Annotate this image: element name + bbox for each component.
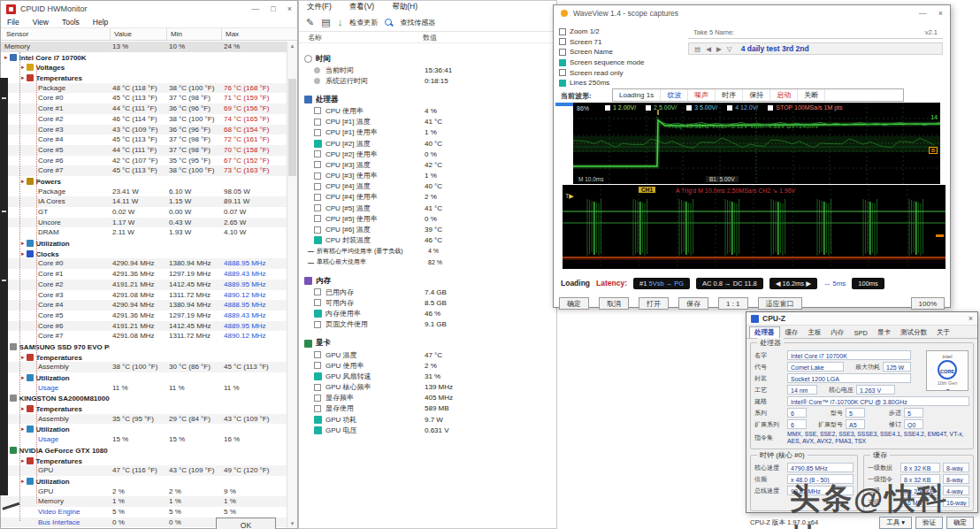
cpuz-titlebar[interactable]: CPU-Z × <box>746 312 977 326</box>
hw-sensor-row[interactable]: Core #44290.94 MHz1380.94 MHz4888.95 MHz <box>1 300 287 310</box>
scope-tab[interactable]: 纹波 <box>661 89 688 101</box>
hw-sensor-row[interactable]: Video Engine5 %5 %5 % <box>1 507 287 518</box>
hw-sensor-row[interactable]: Core #144 °C (111 °F)36 °C (96 °F)69 °C … <box>1 104 287 114</box>
sensor-item[interactable]: CPU [#4] 使用率2 % <box>299 192 556 203</box>
channel-checkbox[interactable] <box>686 105 692 111</box>
hw-sensor-row[interactable]: Core #246 °C (114 °F)38 °C (100 °F)74 °C… <box>1 114 287 125</box>
sensor-item[interactable]: CPU [#5] 温度41 °C <box>299 203 556 213</box>
expand-arrow-icon[interactable]: ▸ <box>21 74 25 80</box>
tab-1[interactable]: 缓存 <box>781 327 803 338</box>
expand-arrow-icon[interactable]: ▸ <box>21 250 25 257</box>
hw-device-row[interactable]: ▸KINGSTON SA2000M81000G <box>1 393 287 403</box>
sensor-item[interactable]: 已用内存7.4 GB <box>299 287 556 297</box>
expand-arrow-icon[interactable]: ▸ <box>21 405 25 411</box>
hw-sensor-row[interactable]: Usage15 %15 %16 % <box>1 434 287 445</box>
checkbox[interactable] <box>314 299 321 306</box>
layout-icon[interactable]: ▤ <box>321 18 330 27</box>
hw-section-row[interactable]: ▸Temperatures <box>1 73 287 83</box>
checkbox[interactable] <box>314 194 321 201</box>
hw-sensor-row[interactable]: Assembly35 °C (95 °F)29 °C (84 °F)43 °C … <box>1 414 287 425</box>
expand-arrow-icon[interactable]: ▸ <box>4 54 8 60</box>
close-icon[interactable]: × <box>938 9 943 18</box>
scope-test-selector[interactable]: ▤ ◀ ▶ ▽ 4 daily test 3rd 2nd <box>688 42 943 55</box>
scope-tab[interactable]: Loading 1s <box>613 89 661 101</box>
checkbox[interactable] <box>314 119 321 126</box>
sensor-item[interactable]: CPU [#3] 温度42 °C <box>299 159 556 170</box>
checkbox[interactable] <box>314 107 321 114</box>
hw-section-row[interactable]: ▸Utilization <box>1 424 287 434</box>
scrollbar-thumb[interactable] <box>288 79 296 176</box>
scope-option[interactable]: Screen 71 <box>559 37 688 48</box>
expand-arrow-icon[interactable]: ▸ <box>21 240 25 246</box>
hw-device-row[interactable]: ▸SAMSUNG SSD 970 EVO Plus 1TB <box>1 341 287 352</box>
sensor-item[interactable]: CPU 使用率4 % <box>299 105 556 116</box>
hw-sensor-row[interactable]: Core #34291.08 MHz1311.72 MHz4890.12 MHz <box>1 290 287 301</box>
channel-checkbox[interactable] <box>768 105 773 111</box>
hw-device-row[interactable]: ▸NVIDIA GeForce GTX 1080 <box>1 445 287 456</box>
caption-link[interactable]: ↔ 5ms <box>823 280 846 288</box>
minimize-icon[interactable]: — <box>919 9 927 18</box>
scope-tab[interactable]: 时序 <box>716 89 743 101</box>
checkbox[interactable] <box>314 351 321 358</box>
hwmonitor-scrollbar[interactable]: ▲ ▼ <box>287 42 297 528</box>
checkbox[interactable] <box>314 204 321 211</box>
hw-sensor-row[interactable]: Core #445 °C (113 °F)37 °C (98 °F)72 °C … <box>1 134 287 145</box>
sensor-item[interactable]: GPU 风扇转速31 % <box>299 371 556 381</box>
checkbox[interactable] <box>314 129 321 136</box>
sensor-item[interactable]: GPU 使用率2 % <box>299 360 556 371</box>
close-icon[interactable]: × <box>969 314 973 323</box>
hw-sensor-row[interactable]: Core #343 °C (109 °F)36 °C (96 °F)68 °C … <box>1 125 287 135</box>
scope-titlebar[interactable]: WaveView 1.4 - scope captures — × <box>554 5 950 21</box>
edit-icon[interactable]: ✎ <box>306 18 314 27</box>
scope-tab[interactable]: 启动 <box>770 89 798 101</box>
tab-2[interactable]: 主板 <box>804 327 826 338</box>
channel-checkbox[interactable] <box>646 105 651 111</box>
sensor-item[interactable]: GPU 功耗9.7 W <box>299 414 556 425</box>
hw-sensor-row[interactable]: Core #045 °C (113 °F)37 °C (98 °F)71 °C … <box>1 93 287 104</box>
checkbox[interactable] <box>314 226 321 234</box>
tab-6[interactable]: 测试分数 <box>896 327 931 338</box>
hw-section-row[interactable]: ▸Temperatures <box>1 352 287 363</box>
tab-0[interactable]: 处理器 <box>749 326 780 338</box>
sensor-item[interactable]: 内存使用率46 % <box>299 309 556 319</box>
expand-arrow-icon[interactable]: ▸ <box>21 426 25 432</box>
sensor-item[interactable]: CPU [#3] 使用率1 % <box>299 171 556 181</box>
hw-sensor-row[interactable]: Core #642 °C (107 °F)35 °C (95 °F)67 °C … <box>1 156 287 166</box>
hw-sensor-row[interactable]: GT0.02 W0.00 W0.07 W <box>1 207 287 218</box>
hw-sensor-row[interactable]: Package48 °C (118 °F)38 °C (100 °F)76 °C… <box>1 83 287 94</box>
tab-3[interactable]: 内存 <box>827 327 849 338</box>
hw-section-row[interactable]: ▸Utilization <box>1 476 287 487</box>
expand-arrow-icon[interactable]: ▸ <box>21 374 25 380</box>
sensor-item[interactable]: CPU [#4] 温度40 °C <box>299 181 556 192</box>
expand-arrow-icon[interactable]: ▸ <box>21 178 25 184</box>
hw-sensor-row[interactable]: Assembly38 °C (100 °F)30 °C (86 °F)45 °C… <box>1 362 287 372</box>
checkbox[interactable] <box>314 288 321 295</box>
menu-file[interactable]: 文件(F) <box>307 2 332 12</box>
checkbox[interactable] <box>314 405 321 412</box>
expand-arrow-icon[interactable]: ▸ <box>21 64 25 70</box>
hw-sensor-row[interactable]: Core #64191.21 MHz1412.45 MHz4889.95 MHz <box>1 321 287 332</box>
sensor-item[interactable]: 可用内存8.5 GB <box>299 297 556 308</box>
close-icon[interactable]: × <box>287 4 292 13</box>
sensor-item[interactable]: CPU [#1] 使用率1 % <box>299 127 556 138</box>
scope-button[interactable]: 保存 <box>678 297 708 310</box>
hw-section-row[interactable]: ▸Temperatures <box>1 403 287 414</box>
hw-sensor-row[interactable]: DRAM2.11 W1.93 W4.10 W <box>1 227 287 238</box>
checkbox[interactable] <box>314 161 321 168</box>
hw-sensor-row[interactable]: Core #54291.36 MHz1297.19 MHz4889.43 MHz <box>1 310 287 321</box>
hw-section-row[interactable]: ▸Powers <box>1 176 287 187</box>
zoom-level-button[interactable]: 100% <box>911 297 945 310</box>
sensor-item[interactable]: GPU 温度47 °C <box>299 349 556 360</box>
hw-sensor-row[interactable]: GPU2 %2 %9 % <box>1 487 287 497</box>
scope-tab[interactable]: 关断 <box>798 89 825 101</box>
hw-sensor-row[interactable]: Core #74291.08 MHz1311.72 MHz4890.12 MHz <box>1 331 287 341</box>
sensor-item[interactable]: CPU 封装温度46 °C <box>299 235 556 246</box>
scope-option[interactable]: Screen Name <box>559 47 688 58</box>
sensor-item[interactable]: CPU [#6] 温度39 °C <box>299 224 556 234</box>
maximize-icon[interactable]: □ <box>271 4 275 13</box>
sensor-item[interactable]: GPU 电压0.631 V <box>299 425 556 435</box>
sensor-item[interactable]: —单核心最大使用率82 % <box>299 257 556 267</box>
menu-view[interactable]: View <box>33 18 49 27</box>
sensor-item[interactable]: 显存使用589 MB <box>299 403 556 414</box>
menu-file[interactable]: File <box>7 18 19 27</box>
